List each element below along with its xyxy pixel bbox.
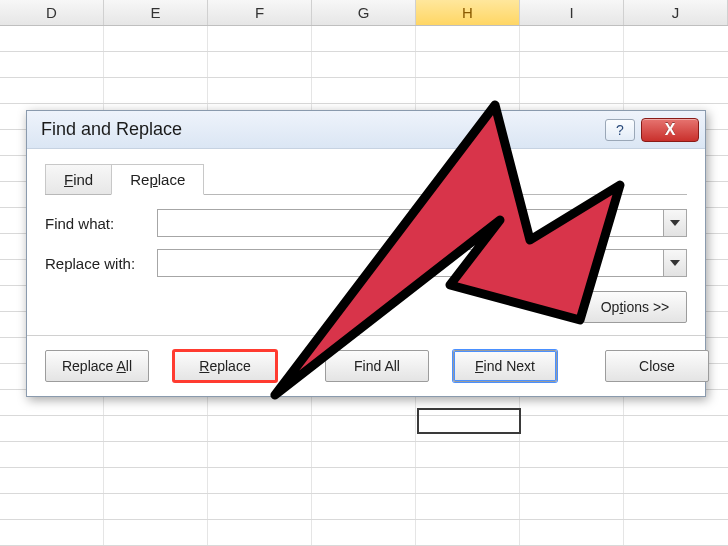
find-what-dropdown[interactable] xyxy=(663,209,687,237)
close-icon: X xyxy=(665,121,676,139)
chevron-down-icon xyxy=(670,220,680,226)
col-header-E[interactable]: E xyxy=(104,0,208,25)
col-header-I[interactable]: I xyxy=(520,0,624,25)
col-header-D[interactable]: D xyxy=(0,0,104,25)
replace-with-dropdown[interactable] xyxy=(663,249,687,277)
dialog-titlebar[interactable]: Find and Replace ? X xyxy=(27,111,705,149)
find-what-input[interactable] xyxy=(157,209,663,237)
options-button[interactable]: Options >> xyxy=(583,291,687,323)
col-header-J[interactable]: J xyxy=(624,0,728,25)
tab-replace[interactable]: Replace xyxy=(111,164,204,195)
close-button[interactable]: Close xyxy=(605,350,709,382)
find-all-button[interactable]: Find All xyxy=(325,350,429,382)
help-button[interactable]: ? xyxy=(605,119,635,141)
replace-all-button[interactable]: Replace All xyxy=(45,350,149,382)
chevron-down-icon xyxy=(670,260,680,266)
find-what-label: Find what: xyxy=(45,215,157,232)
find-next-button[interactable]: Find Next xyxy=(453,350,557,382)
replace-with-input[interactable] xyxy=(157,249,663,277)
find-replace-dialog: Find and Replace ? X Find Replace Find w… xyxy=(26,110,706,397)
replace-button[interactable]: Replace xyxy=(173,350,277,382)
column-headers-row: D E F G H I J xyxy=(0,0,728,26)
replace-with-label: Replace with: xyxy=(45,255,157,272)
col-header-H[interactable]: H xyxy=(416,0,520,25)
col-header-G[interactable]: G xyxy=(312,0,416,25)
col-header-F[interactable]: F xyxy=(208,0,312,25)
close-window-button[interactable]: X xyxy=(641,118,699,142)
tab-strip: Find Replace xyxy=(45,163,687,195)
dialog-action-bar: Replace All Replace Find All Find Next C… xyxy=(27,335,705,396)
dialog-title: Find and Replace xyxy=(41,119,182,140)
help-icon: ? xyxy=(616,122,624,138)
tab-find[interactable]: Find xyxy=(45,164,112,194)
